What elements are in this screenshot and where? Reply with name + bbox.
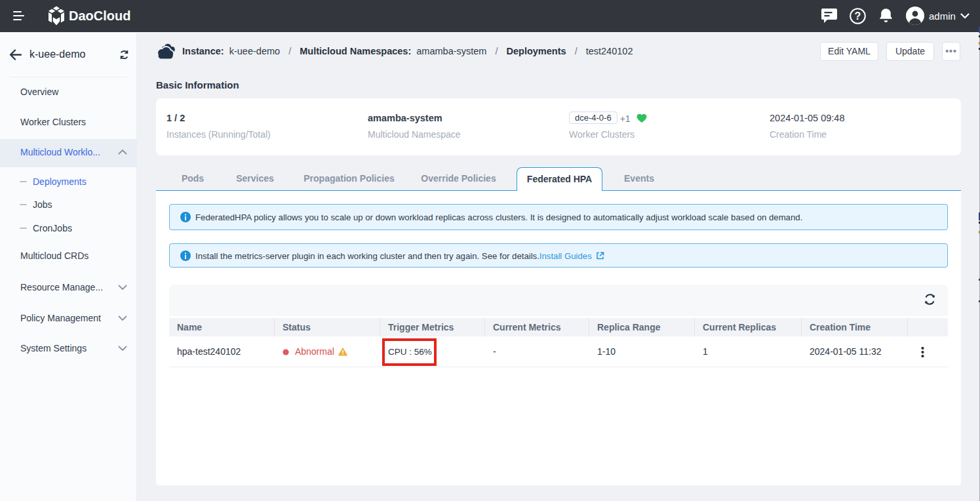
svg-text:?: ? [855, 10, 861, 22]
